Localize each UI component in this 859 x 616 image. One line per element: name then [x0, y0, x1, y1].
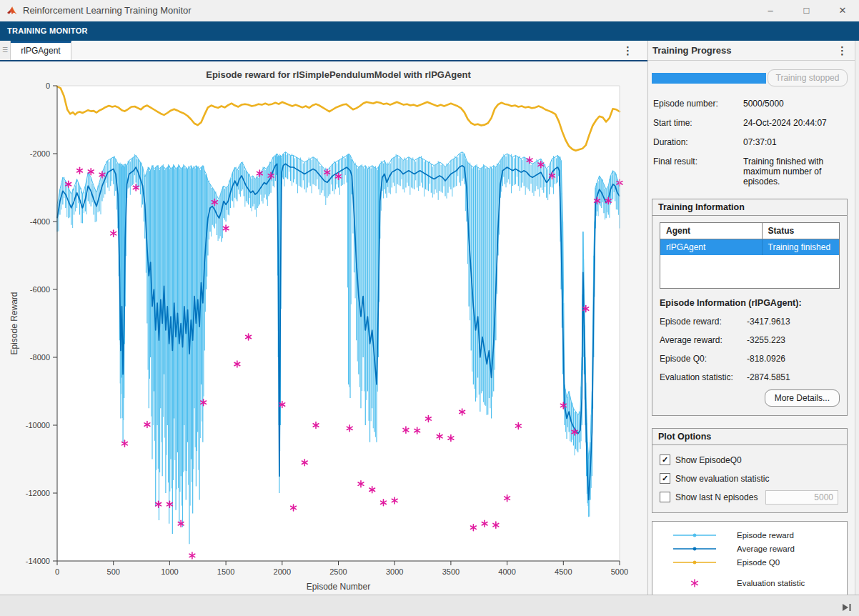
svg-text:5000: 5000 — [611, 567, 628, 576]
svg-text:4000: 4000 — [498, 567, 515, 576]
final-result-row: Final result: Training finished with max… — [653, 157, 848, 187]
ribbon-tab-training-monitor[interactable]: TRAINING MONITOR — [0, 21, 95, 41]
status-bar — [0, 595, 859, 616]
evaluation-statistic-asterisk-icon — [652, 578, 737, 588]
svg-text:-14000: -14000 — [26, 557, 50, 565]
svg-text:-6000: -6000 — [30, 285, 50, 294]
svg-text:Episode reward for rlSimplePen: Episode reward for rlSimplePendulumModel… — [206, 69, 471, 80]
last-n-episodes-input[interactable] — [765, 490, 838, 505]
section-title: Plot Options — [652, 429, 847, 445]
svg-text:-4000: -4000 — [30, 217, 50, 226]
toolstrip-ribbon: TRAINING MONITOR — [0, 21, 859, 41]
svg-text:-12000: -12000 — [26, 489, 50, 497]
average-reward-line-icon — [652, 545, 737, 553]
training-progress-panel: Training Progress ⋮ Training stopped Epi… — [647, 41, 855, 595]
column-header-agent[interactable]: Agent — [660, 223, 763, 239]
svg-text:500: 500 — [107, 567, 120, 576]
legend-average-reward: Average reward — [652, 542, 847, 555]
show-evaluation-statistic-option: ✓ Show evaluation statistic — [660, 473, 840, 484]
chart-legend: Episode reward Average reward Episode Q0 — [652, 521, 848, 597]
legend-evaluation-statistic: Evaluation statistic — [652, 576, 847, 590]
svg-text:1000: 1000 — [161, 567, 178, 576]
svg-text:4500: 4500 — [555, 567, 572, 576]
window-controls: – □ ✕ — [754, 0, 859, 21]
show-last-n-episodes-option: Show last N episodes — [660, 492, 840, 502]
training-progress-bar — [652, 73, 766, 84]
title-bar: Reinforcement Learning Training Monitor … — [0, 0, 859, 22]
episode-reward-row: Episode reward: -3417.9613 — [660, 317, 840, 327]
svg-text:2500: 2500 — [329, 567, 347, 576]
agent-status-table[interactable]: Agent Status rlPGAgent Training finished — [660, 222, 840, 289]
svg-text:Episode Reward: Episode Reward — [9, 292, 19, 354]
app-window: Reinforcement Learning Training Monitor … — [0, 0, 859, 616]
training-information-section: Training Information Agent Status rlPGAg… — [652, 199, 848, 416]
svg-text:0: 0 — [55, 567, 59, 576]
svg-text:2000: 2000 — [274, 567, 291, 576]
show-episodeq0-option: ✓ Show EpisodeQ0 — [660, 454, 840, 465]
show-last-n-episodes-checkbox[interactable] — [660, 492, 670, 502]
average-reward-row: Average reward: -3255.223 — [660, 335, 840, 345]
start-time-row: Start time: 24-Oct-2024 20:44:07 — [653, 118, 848, 128]
window-title: Reinforcement Learning Training Monitor — [23, 5, 192, 16]
matlab-logo-icon — [6, 5, 18, 16]
progress-panel-menu-icon[interactable]: ⋮ — [837, 41, 848, 60]
legend-episode-reward: Episode reward — [652, 528, 847, 542]
svg-text:3500: 3500 — [442, 567, 460, 576]
scrollbar-gutter[interactable] — [855, 41, 859, 595]
evaluation-statistic-row: Evaluation statistic: -2874.5851 — [660, 372, 840, 382]
svg-text:-10000: -10000 — [26, 421, 50, 429]
more-details-button[interactable]: More Details... — [765, 389, 840, 407]
close-icon[interactable]: ✕ — [826, 0, 859, 21]
plot-options-section: Plot Options ✓ Show EpisodeQ0 ✓ Show eva… — [652, 428, 848, 513]
document-tab-bar: ☰ rlPGAgent ⋮ — [0, 41, 647, 60]
duration-row: Duration: 07:37:01 — [653, 137, 848, 147]
svg-text:-8000: -8000 — [30, 353, 50, 362]
maximize-icon[interactable]: □ — [790, 0, 823, 21]
episode-number-row: Episode number: 5000/5000 — [653, 99, 848, 109]
episode-reward-chart: 0-2000-4000-6000-8000-10000-12000-140000… — [0, 61, 647, 595]
panel-title: Training Progress — [652, 41, 732, 60]
show-evaluation-statistic-checkbox[interactable]: ✓ — [660, 473, 670, 484]
episode-q0-row: Episode Q0: -818.0926 — [660, 354, 840, 364]
svg-text:3000: 3000 — [386, 567, 403, 576]
section-title: Training Information — [652, 199, 847, 216]
minimize-icon[interactable]: – — [754, 0, 787, 21]
svg-text:-2000: -2000 — [30, 149, 50, 158]
panel-grip-icon[interactable]: ☰ — [0, 41, 11, 60]
tab-rlpgagent[interactable]: rlPGAgent — [11, 41, 71, 60]
training-stopped-button[interactable]: Training stopped — [768, 69, 848, 86]
legend-episode-q0: Episode Q0 — [652, 555, 847, 569]
chart-panel-menu-icon[interactable]: ⋮ — [622, 41, 633, 60]
skip-to-end-icon[interactable] — [842, 602, 852, 615]
svg-text:Episode Number: Episode Number — [307, 582, 370, 592]
empty-table-area — [660, 255, 840, 289]
svg-text:0: 0 — [46, 81, 50, 90]
episode-reward-line-icon — [652, 531, 737, 540]
agent-table-row[interactable]: rlPGAgent Training finished — [660, 239, 840, 256]
column-header-status[interactable]: Status — [762, 223, 840, 239]
chart-panel: 0-2000-4000-6000-8000-10000-12000-140000… — [0, 61, 647, 595]
episode-q0-line-icon — [652, 558, 737, 567]
panel-header: Training Progress ⋮ — [648, 41, 855, 61]
svg-text:1500: 1500 — [217, 567, 234, 576]
episode-information-title: Episode Information (rlPGAgent): — [660, 298, 840, 308]
show-episodeq0-checkbox[interactable]: ✓ — [660, 454, 670, 465]
